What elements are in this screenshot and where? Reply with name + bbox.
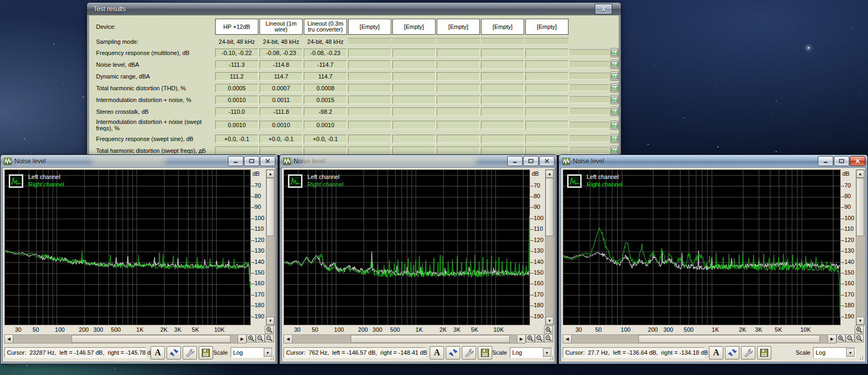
dropdown-arrow-icon[interactable]: ▼	[543, 348, 551, 357]
vertical-scrollbar[interactable]: ▲ ▼	[856, 169, 865, 325]
zoom-in-vertical-button[interactable]	[544, 326, 553, 334]
show-spectrum-button[interactable]	[610, 146, 619, 155]
vertical-scroll-track[interactable]	[856, 178, 864, 317]
font-button[interactable]: A	[430, 346, 444, 360]
y-tick-label: -110	[532, 225, 543, 232]
horizontal-scrollbar[interactable]: ◀ ▶	[283, 334, 553, 343]
save-button[interactable]	[757, 346, 771, 360]
scroll-left-button[interactable]: ◀	[4, 334, 13, 343]
vertical-scroll-track[interactable]	[546, 178, 554, 317]
show-spectrum-button[interactable]	[610, 121, 619, 130]
dropdown-arrow-icon[interactable]: ▼	[846, 348, 855, 357]
minimize-button[interactable]	[228, 156, 243, 166]
device-name-box[interactable]: [Empty]	[525, 19, 569, 35]
scroll-left-button[interactable]: ◀	[563, 334, 572, 343]
vertical-scrollbar[interactable]: ▲ ▼	[545, 169, 554, 325]
vertical-scroll-track[interactable]	[266, 178, 274, 317]
vertical-scroll-thumb[interactable]	[856, 178, 864, 236]
zoom-out-horizontal-button[interactable]	[256, 334, 265, 342]
dropdown-arrow-icon[interactable]: ▼	[264, 348, 272, 357]
spectrum-plot-area[interactable]: Left channel Right channel	[283, 169, 530, 325]
scroll-up-button[interactable]: ▲	[856, 170, 864, 178]
horizontal-scroll-thumb[interactable]	[72, 335, 231, 343]
refresh-button[interactable]	[167, 346, 181, 360]
horizontal-scroll-track[interactable]	[13, 334, 238, 343]
test-results-titlebar[interactable]: Test results X	[87, 3, 621, 15]
zoom-in-horizontal-button[interactable]	[837, 334, 846, 342]
refresh-button[interactable]	[446, 346, 460, 360]
spectrum-plot-area[interactable]: Left channel Right channel	[4, 169, 251, 325]
zoom-in-horizontal-button[interactable]	[247, 334, 256, 342]
zoom-in-vertical-button[interactable]	[265, 326, 274, 334]
noise-window-1-titlebar[interactable]: Noise level	[1, 155, 278, 167]
vertical-scroll-thumb[interactable]	[546, 178, 554, 236]
close-button[interactable]	[539, 156, 555, 166]
resize-grip[interactable]	[857, 353, 864, 360]
scale-dropdown[interactable]: Log ▼	[231, 347, 273, 358]
scroll-up-button[interactable]: ▲	[266, 170, 274, 178]
show-spectrum-button[interactable]	[610, 134, 619, 143]
y-tick-label: -170	[252, 291, 264, 298]
result-cell	[481, 84, 524, 92]
show-spectrum-button[interactable]	[610, 107, 619, 116]
close-button[interactable]	[850, 156, 865, 166]
vertical-scrollbar[interactable]: ▲ ▼	[266, 169, 275, 325]
settings-wrench-button[interactable]	[183, 346, 197, 360]
maximize-button[interactable]	[523, 156, 539, 166]
save-button[interactable]	[199, 346, 213, 360]
zoom-out-horizontal-button[interactable]	[535, 334, 544, 342]
scroll-down-button[interactable]: ▼	[266, 317, 274, 325]
maximize-button[interactable]	[244, 156, 259, 166]
spectrum-plot-area[interactable]: Left channel Right channel	[563, 169, 841, 325]
zoom-out-vertical-button[interactable]	[855, 334, 864, 342]
horizontal-scroll-track[interactable]	[572, 334, 827, 343]
device-name-box[interactable]: HP +12dB	[215, 19, 258, 35]
zoom-out-horizontal-button[interactable]	[846, 334, 855, 342]
scroll-right-button[interactable]: ▶	[827, 334, 837, 343]
scroll-up-button[interactable]: ▲	[546, 170, 554, 178]
noise-window-2-titlebar[interactable]: Noise level	[280, 155, 557, 167]
scroll-right-button[interactable]: ▶	[517, 334, 526, 343]
show-spectrum-button[interactable]	[610, 48, 619, 57]
horizontal-scroll-thumb[interactable]	[638, 335, 820, 343]
save-button[interactable]	[478, 346, 492, 360]
minimize-button[interactable]	[818, 156, 833, 166]
scale-dropdown[interactable]: Log ▼	[510, 347, 553, 358]
zoom-out-vertical-button[interactable]	[544, 334, 553, 342]
settings-wrench-button[interactable]	[462, 346, 476, 360]
maximize-button[interactable]	[834, 156, 849, 166]
zoom-out-vertical-button[interactable]	[265, 334, 274, 342]
x-tick-label: 300	[91, 326, 106, 333]
horizontal-scroll-track[interactable]	[293, 334, 517, 343]
close-button[interactable]	[260, 156, 275, 166]
font-button[interactable]: A	[151, 346, 165, 360]
device-name-box[interactable]: Lineout (1m wire)	[259, 19, 303, 35]
device-name-box[interactable]: [Empty]	[348, 19, 391, 35]
show-spectrum-button[interactable]	[610, 95, 619, 104]
result-cell: -111.3	[215, 60, 258, 69]
scroll-down-button[interactable]: ▼	[546, 317, 554, 325]
settings-wrench-button[interactable]	[741, 346, 755, 360]
scale-dropdown[interactable]: Log ▼	[813, 347, 856, 358]
show-spectrum-button[interactable]	[610, 83, 619, 92]
horizontal-scroll-thumb[interactable]	[351, 335, 510, 343]
show-spectrum-button[interactable]	[610, 72, 619, 81]
device-name-box[interactable]: [Empty]	[481, 19, 524, 35]
refresh-button[interactable]	[725, 346, 739, 360]
device-name-box[interactable]: Lineout (0.3m tru converter)	[304, 19, 347, 35]
minimize-button[interactable]	[507, 156, 523, 166]
device-name-box[interactable]: [Empty]	[392, 19, 436, 35]
vertical-scroll-thumb[interactable]	[266, 178, 274, 236]
noise-window-3-titlebar[interactable]: Noise level	[559, 155, 867, 167]
zoom-in-horizontal-button[interactable]	[526, 334, 535, 342]
zoom-in-vertical-button[interactable]	[855, 326, 864, 334]
scroll-right-button[interactable]: ▶	[238, 334, 247, 343]
show-spectrum-button[interactable]	[610, 60, 619, 69]
horizontal-scrollbar[interactable]: ◀ ▶	[563, 334, 864, 343]
scroll-down-button[interactable]: ▼	[856, 317, 864, 325]
scroll-left-button[interactable]: ◀	[283, 334, 293, 343]
horizontal-scrollbar[interactable]: ◀ ▶	[4, 334, 274, 343]
font-button[interactable]: A	[709, 346, 723, 360]
device-name-box[interactable]: [Empty]	[437, 19, 480, 35]
close-button[interactable]: X	[595, 4, 612, 14]
